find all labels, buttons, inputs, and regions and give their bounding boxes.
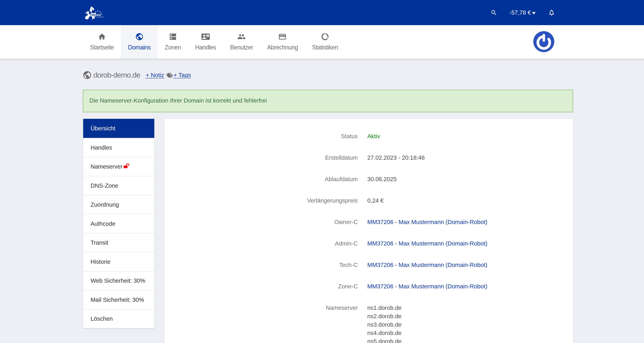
svg-text:DOMAINS: DOMAINS [96,16,104,18]
svg-text:reg: reg [90,13,96,16]
